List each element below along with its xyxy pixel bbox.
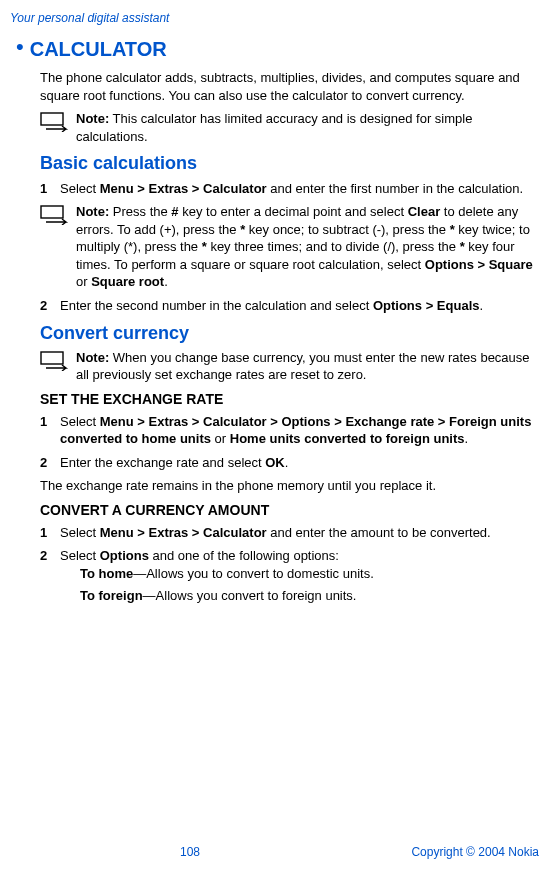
- page-number: 108: [180, 844, 200, 860]
- clear-label: Clear: [408, 204, 441, 219]
- t: or: [76, 274, 91, 289]
- note-label: Note:: [76, 111, 109, 126]
- note-label: Note:: [76, 350, 109, 365]
- t: .: [164, 274, 168, 289]
- note-text: This calculator has limited accuracy and…: [76, 111, 472, 144]
- step-body: Enter the exchange rate and select OK.: [60, 454, 539, 472]
- t: or: [211, 431, 230, 446]
- note-text: When you change base currency, you must …: [76, 350, 530, 383]
- text: and enter the first number in the calcul…: [267, 181, 524, 196]
- menu-path: Menu > Extras > Calculator: [100, 525, 267, 540]
- step-rate-1: 1 Select Menu > Extras > Calculator > Op…: [40, 413, 539, 448]
- t: .: [465, 431, 469, 446]
- menu-path: Home units converted to foreign units: [230, 431, 465, 446]
- intro-paragraph: The phone calculator adds, subtracts, mu…: [40, 69, 539, 104]
- h2-basic-calculations: Basic calculations: [40, 151, 539, 175]
- step-body: Select Options and one of the following …: [60, 547, 539, 608]
- step-rate-2: 2 Enter the exchange rate and select OK.: [40, 454, 539, 472]
- t: and one of the following options:: [149, 548, 339, 563]
- svg-rect-2: [41, 352, 63, 364]
- note-label: Note:: [76, 204, 109, 219]
- note-icon: [40, 110, 76, 132]
- note-accuracy: Note: This calculator has limited accura…: [40, 110, 539, 145]
- step-body: Select Menu > Extras > Calculator > Opti…: [60, 413, 539, 448]
- option-to-foreign: To foreign—Allows you convert to foreign…: [80, 587, 539, 605]
- step-basic-2: 2 Enter the second number in the calcula…: [40, 297, 539, 315]
- note-body: Note: When you change base currency, you…: [76, 349, 539, 384]
- menu-path: Menu > Extras > Calculator: [100, 181, 267, 196]
- option-to-home: To home—Allows you to convert to domesti…: [80, 565, 539, 583]
- note-body: Note: This calculator has limited accura…: [76, 110, 539, 145]
- h2-convert-currency: Convert currency: [40, 321, 539, 345]
- note-body: Note: Press the # key to enter a decimal…: [76, 203, 539, 291]
- step-number: 1: [40, 524, 60, 542]
- t: Enter the second number in the calculati…: [60, 298, 373, 313]
- header-section-title: Your personal digital assistant: [10, 10, 539, 26]
- step-amount-1: 1 Select Menu > Extras > Calculator and …: [40, 524, 539, 542]
- t: key once; to subtract (-), press the: [245, 222, 449, 237]
- options-path: Options > Square: [425, 257, 533, 272]
- t: key three times; and to divide (/), pres…: [207, 239, 460, 254]
- step-body: Enter the second number in the calculati…: [60, 297, 539, 315]
- option-label: To foreign: [80, 588, 143, 603]
- h1-calculator: CALCULATOR: [30, 36, 167, 63]
- step-number: 1: [40, 180, 60, 198]
- h3-set-exchange-rate: SET THE EXCHANGE RATE: [40, 390, 539, 409]
- step-basic-1: 1 Select Menu > Extras > Calculator and …: [40, 180, 539, 198]
- note-keys: Note: Press the # key to enter a decimal…: [40, 203, 539, 291]
- step-amount-2: 2 Select Options and one of the followin…: [40, 547, 539, 608]
- note-currency: Note: When you change base currency, you…: [40, 349, 539, 384]
- option-label: To home: [80, 566, 133, 581]
- h3-convert-amount: CONVERT A CURRENCY AMOUNT: [40, 501, 539, 520]
- step-number: 1: [40, 413, 60, 448]
- step-number: 2: [40, 297, 60, 315]
- t: Select: [60, 525, 100, 540]
- step-body: Select Menu > Extras > Calculator and en…: [60, 180, 539, 198]
- page-footer: 108 Copyright © 2004 Nokia: [0, 844, 559, 860]
- step-body: Select Menu > Extras > Calculator and en…: [60, 524, 539, 542]
- svg-rect-0: [41, 113, 63, 125]
- text: Select: [60, 181, 100, 196]
- t: Enter the exchange rate and select: [60, 455, 265, 470]
- note-icon: [40, 349, 76, 371]
- square-root-label: Square root: [91, 274, 164, 289]
- t: key to enter a decimal point and select: [179, 204, 408, 219]
- t: .: [285, 455, 289, 470]
- h1-row: • CALCULATOR: [10, 36, 539, 63]
- options-label: Options: [100, 548, 149, 563]
- t: Press the: [109, 204, 171, 219]
- rate-footer-paragraph: The exchange rate remains in the phone m…: [40, 477, 539, 495]
- ok-label: OK: [265, 455, 285, 470]
- hash-key: #: [171, 204, 178, 219]
- svg-rect-1: [41, 206, 63, 218]
- step-number: 2: [40, 454, 60, 472]
- t: Select: [60, 414, 100, 429]
- t: and enter the amount to be converted.: [267, 525, 491, 540]
- option-desc: —Allows you convert to foreign units.: [143, 588, 357, 603]
- step-number: 2: [40, 547, 60, 608]
- t: .: [479, 298, 483, 313]
- copyright-text: Copyright © 2004 Nokia: [411, 844, 539, 860]
- note-icon: [40, 203, 76, 225]
- bullet-icon: •: [16, 36, 24, 58]
- t: Select: [60, 548, 100, 563]
- option-desc: —Allows you to convert to domestic units…: [133, 566, 374, 581]
- options-equals: Options > Equals: [373, 298, 480, 313]
